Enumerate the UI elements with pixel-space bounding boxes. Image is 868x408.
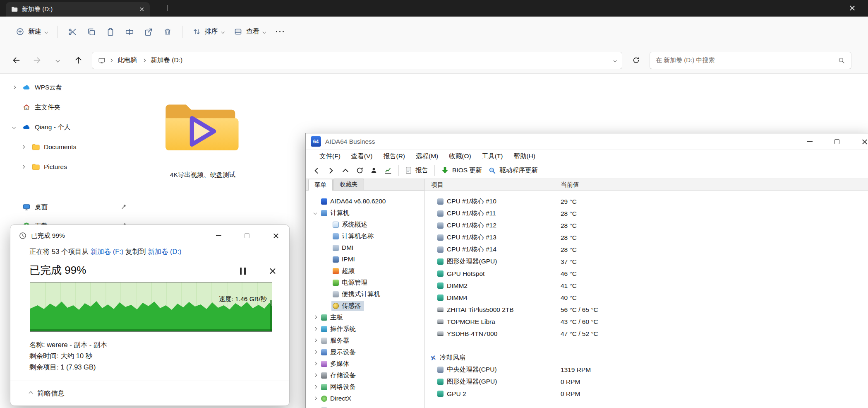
menu-view[interactable]: 查看(V) [346,150,378,162]
sensor-row[interactable]: CPU #1/核心 #1128 °C [424,208,868,220]
new-tab-button[interactable] [165,5,171,11]
share-button[interactable] [139,23,158,41]
fan-row[interactable]: 图形处理器(GPU)0 RPM [424,376,868,388]
driver-update-button[interactable]: 驱动程序更新 [488,166,538,175]
sensor-row[interactable]: CPU #1/核心 #1029 °C [424,196,868,208]
tree-item-power[interactable]: 电源管理 [306,277,424,288]
fan-row[interactable]: GPU 20 RPM [424,388,868,400]
tree-item-storage[interactable]: 存储设备 [306,369,424,381]
tree-item-directx[interactable]: DirectX [306,393,424,404]
column-header-value[interactable]: 当前值 [558,179,790,191]
sidebar-item-documents[interactable]: Documents [2,138,134,156]
sensor-row[interactable]: DIMM241 °C [424,280,868,292]
menu-tools[interactable]: 工具(T) [477,150,508,162]
tree-item-portable[interactable]: 便携式计算机 [306,288,424,300]
chevron-right-icon[interactable] [22,145,25,149]
nav-back-button[interactable] [312,167,321,175]
dialog-minimize-button[interactable] [209,225,228,246]
dialog-maximize-button[interactable] [237,225,257,246]
copy-button[interactable] [82,23,101,41]
sensor-row[interactable]: CPU #1/核心 #1328 °C [424,232,868,244]
menu-file[interactable]: 文件(F) [314,150,346,162]
details-toggle[interactable]: 简略信息 [10,381,289,406]
up-button[interactable] [71,53,85,68]
delete-button[interactable] [158,23,177,41]
dest-drive-link[interactable]: 新加卷 (D:) [148,248,182,255]
search-input[interactable]: 在 新加卷 (D:) 中搜索 [650,52,851,69]
aida64-titlebar[interactable]: 64 AIDA64 Business [306,133,868,150]
chevron-down-icon[interactable] [12,126,16,129]
tree-item-summary[interactable]: 系统概述 [306,219,424,230]
tree-item-overclock[interactable]: 超频 [306,265,424,277]
sensor-row[interactable]: 图形处理器(GPU)37 °C [424,256,868,268]
tree-item-network[interactable]: 网络设备 [306,381,424,393]
chevron-right-icon[interactable] [314,374,317,377]
tab-menu[interactable]: 菜单 [308,179,333,191]
sensor-row[interactable]: CPU #1/核心 #1228 °C [424,220,868,232]
view-button[interactable]: 查看 [229,24,271,39]
tab-favorites[interactable]: 收藏夹 [333,179,364,190]
sort-button[interactable]: 排序 [187,24,229,39]
chevron-right-icon[interactable] [12,86,16,89]
refresh-button[interactable] [356,167,364,174]
sidebar-item-home[interactable]: 主文件夹 [2,98,134,116]
sensor-row[interactable]: DIMM440 °C [424,292,868,304]
menu-report[interactable]: 报告(R) [378,150,410,162]
aida64-maximize-button[interactable] [828,133,846,150]
aida64-minimize-button[interactable] [801,133,819,150]
tree-item-sensor[interactable]: 传感器 [306,300,424,311]
sensor-row[interactable]: YSDHB-4TN700047 °C / 52 °C [424,328,868,340]
chart-button[interactable] [384,167,392,175]
tree-item-dmi[interactable]: DMI [306,242,424,253]
user-button[interactable] [370,167,378,174]
chevron-right-icon[interactable] [314,350,317,354]
column-header-item[interactable]: 项目 [424,179,558,191]
breadcrumb-this-pc[interactable]: 此电脑 [116,55,139,66]
sensor-row[interactable]: CPU #1/核心 #1428 °C [424,244,868,256]
sensor-row[interactable]: GPU Hotspot46 °C [424,268,868,280]
tree-item-computer-name[interactable]: 计算机名称 [306,230,424,242]
chevron-right-icon[interactable] [314,385,317,389]
explorer-tab[interactable]: 新加卷 (D:) [6,2,150,17]
tree-item-computer[interactable]: 计算机 [306,207,424,219]
recent-locations-button[interactable] [50,53,65,68]
breadcrumb-drive[interactable]: 新加卷 (D:) [149,55,185,66]
nav-up-button[interactable] [341,167,350,175]
menu-favorites[interactable]: 收藏(O) [444,150,476,162]
sidebar-item-desktop[interactable]: 桌面 [2,198,134,216]
window-close-icon[interactable] [849,5,855,11]
address-input[interactable]: 此电脑 新加卷 (D:) [92,52,622,69]
menu-remote[interactable]: 远程(M) [410,150,444,162]
sidebar-item-wps-cloud[interactable]: WPS云盘 [2,78,134,97]
more-button[interactable] [271,23,290,41]
sensor-row[interactable]: TOPMORE Libra43 °C / 60 °C [424,316,868,328]
pause-button[interactable] [236,265,250,277]
tree-item-aida64[interactable]: AIDA64 v6.80.6200 [306,196,424,207]
tree-item-clipped[interactable] [306,404,424,408]
dialog-close-button[interactable] [266,225,285,246]
chevron-right-icon[interactable] [314,397,317,400]
tab-close-icon[interactable] [139,7,144,12]
chevron-right-icon[interactable] [314,327,317,331]
source-drive-link[interactable]: 新加卷 (F:) [91,248,124,255]
tree-item-multimedia[interactable]: 多媒体 [306,358,424,369]
address-dropdown-icon[interactable] [613,59,616,62]
chevron-right-icon[interactable] [22,165,25,169]
new-button[interactable]: 新建 [11,24,53,39]
fan-row[interactable]: 中央处理器(CPU)1319 RPM [424,364,868,376]
sensor-row[interactable]: ZHITAI TiPlus5000 2TB56 °C / 65 °C [424,304,868,316]
paste-button[interactable] [101,23,120,41]
back-button[interactable] [9,53,23,68]
tree-item-motherboard[interactable]: 主板 [306,311,424,323]
refresh-button[interactable] [629,53,643,68]
rename-button[interactable] [120,23,139,41]
chevron-down-icon[interactable] [314,211,317,215]
cancel-button[interactable] [265,265,279,277]
chevron-right-icon[interactable] [314,362,317,365]
tree-item-os[interactable]: 操作系统 [306,323,424,335]
tree-item-display[interactable]: 显示设备 [306,346,424,358]
bios-update-button[interactable]: BIOS 更新 [441,166,482,175]
nav-forward-button[interactable] [327,167,335,175]
report-button[interactable]: 报告 [405,166,428,175]
fan-section-row[interactable]: 冷却风扇 [424,352,868,364]
